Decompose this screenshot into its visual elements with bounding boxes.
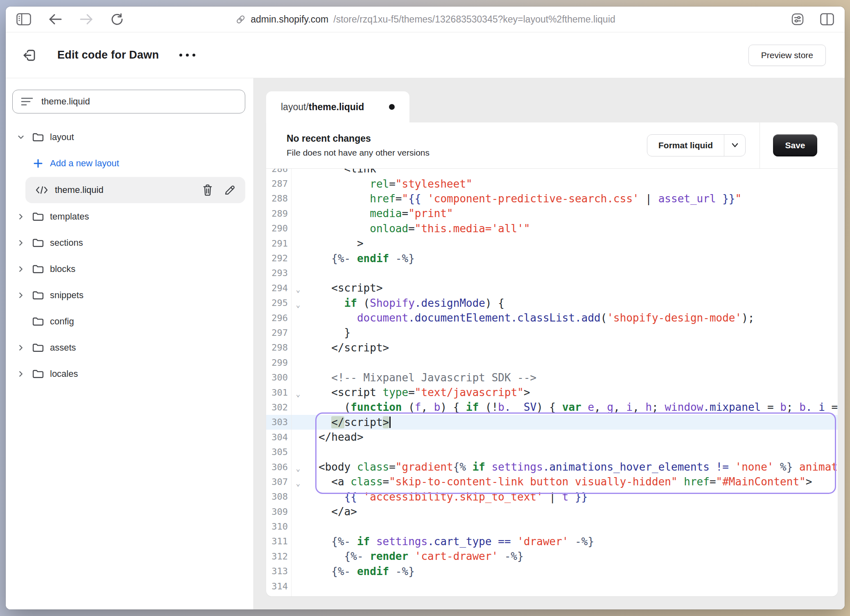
code-line-299[interactable]: 299 bbox=[266, 355, 838, 370]
chevron-right-icon[interactable] bbox=[15, 265, 27, 274]
forward-icon[interactable] bbox=[79, 13, 93, 25]
code-line-293[interactable]: 293 bbox=[266, 266, 838, 281]
chevron-right-icon[interactable] bbox=[15, 291, 27, 300]
split-view-icon[interactable] bbox=[820, 13, 834, 25]
editor-card-header: No recent changes File does not have any… bbox=[266, 122, 838, 169]
sidebar-item-config[interactable]: config bbox=[6, 312, 253, 331]
exit-icon[interactable] bbox=[22, 48, 37, 63]
more-menu-icon[interactable] bbox=[179, 54, 195, 57]
code-line-311[interactable]: 311 {%- if settings.cart_type == 'drawer… bbox=[266, 534, 838, 549]
chevron-down-icon[interactable] bbox=[724, 135, 745, 156]
plus-icon bbox=[33, 158, 43, 169]
save-button[interactable]: Save bbox=[773, 134, 817, 156]
fold-chevron-icon[interactable]: ⌄ bbox=[292, 476, 305, 487]
code-line-312[interactable]: 312 {%- render 'cart-drawer' -%} bbox=[266, 549, 838, 564]
code-line-300[interactable]: 300 <!-- Mixpanel Javascript SDK --> bbox=[266, 370, 838, 385]
code-line-295[interactable]: 295⌄ if (Shopify.designMode) { bbox=[266, 296, 838, 310]
sidebar-item-assets[interactable]: assets bbox=[6, 338, 253, 358]
code-line-297[interactable]: 297 } bbox=[266, 325, 838, 340]
fold-chevron-icon[interactable]: ⌄ bbox=[292, 283, 305, 293]
sidebar-item-snippets[interactable]: snippets bbox=[6, 285, 253, 305]
back-icon[interactable] bbox=[48, 13, 62, 25]
fold-gutter bbox=[292, 331, 305, 334]
code-line-289[interactable]: 289 media="print" bbox=[266, 206, 838, 221]
line-number: 314 bbox=[266, 579, 292, 593]
sidebar-item-blocks[interactable]: blocks bbox=[6, 259, 253, 279]
fold-gutter bbox=[292, 435, 305, 439]
fold-chevron-icon[interactable]: ⌄ bbox=[292, 462, 305, 472]
sidebar-item-locales[interactable]: locales bbox=[6, 364, 253, 384]
sidebar-toggle-icon[interactable] bbox=[16, 13, 31, 25]
format-liquid-label[interactable]: Format liquid bbox=[647, 135, 724, 156]
code-editor[interactable]: 286 <link287 rel="stylesheet"288 href="{… bbox=[266, 169, 838, 596]
code-line-292[interactable]: 292 {%- endif -%} bbox=[266, 251, 838, 265]
sidebar-item-sections[interactable]: sections bbox=[6, 233, 253, 253]
code-line-309[interactable]: 309 </a> bbox=[266, 504, 838, 519]
code-line-298[interactable]: 298 </script> bbox=[266, 340, 838, 355]
code-line-303[interactable]: 303 </script> bbox=[266, 415, 838, 430]
fold-chevron-icon[interactable]: ⌄ bbox=[292, 387, 305, 398]
code-line-296[interactable]: 296 document.documentElement.classList.a… bbox=[266, 310, 838, 325]
chevron-right-icon[interactable] bbox=[15, 343, 27, 352]
format-liquid-button[interactable]: Format liquid bbox=[647, 134, 746, 156]
line-number: 297 bbox=[266, 325, 292, 340]
code-line-306[interactable]: 306⌄<body class="gradient{% if settings.… bbox=[266, 460, 838, 474]
code-line-290[interactable]: 290 onload="this.media='all'" bbox=[266, 221, 838, 236]
sidebar-item-templates[interactable]: templates bbox=[6, 207, 253, 226]
code-text: <link bbox=[305, 169, 376, 175]
unsaved-dot bbox=[389, 104, 395, 110]
line-number: 307 bbox=[266, 474, 292, 489]
delete-file-icon[interactable] bbox=[202, 184, 213, 196]
file-label: theme.liquid bbox=[55, 185, 191, 195]
reload-icon[interactable] bbox=[111, 13, 124, 26]
preview-store-button[interactable]: Preview store bbox=[748, 45, 826, 66]
folder-label: snippets bbox=[50, 290, 84, 301]
folder-icon bbox=[32, 211, 44, 222]
folder-icon bbox=[32, 131, 44, 143]
rename-file-icon[interactable] bbox=[224, 184, 235, 196]
chevron-right-icon[interactable] bbox=[15, 238, 27, 247]
code-line-310[interactable]: 310 bbox=[266, 519, 838, 534]
page-settings-icon[interactable] bbox=[791, 13, 804, 26]
code-text: <!-- Mixpanel Javascript SDK --> bbox=[305, 371, 536, 384]
code-line-305[interactable]: 305 bbox=[266, 444, 838, 459]
code-line-302[interactable]: 302 (function (f, b) { if (!b.__SV) { va… bbox=[266, 400, 838, 414]
sidebar-item-layout[interactable]: layout bbox=[6, 127, 253, 147]
address-bar[interactable]: admin.shopify.com/store/rzq1xu-f5/themes… bbox=[235, 14, 615, 25]
chevron-right-icon[interactable] bbox=[15, 369, 27, 378]
folder-label: blocks bbox=[50, 264, 75, 274]
fold-chevron-icon[interactable]: ⌄ bbox=[292, 298, 305, 308]
editor-pane: layout/theme.liquid No recent changes Fi… bbox=[254, 78, 845, 609]
code-line-294[interactable]: 294⌄ <script> bbox=[266, 281, 838, 295]
line-number: 310 bbox=[266, 519, 292, 534]
file-search-box[interactable] bbox=[12, 90, 245, 113]
code-line-314[interactable]: 314 bbox=[266, 579, 838, 593]
folder-label: assets bbox=[50, 342, 76, 353]
chevron-down-icon[interactable] bbox=[15, 133, 27, 142]
fold-gutter bbox=[292, 242, 305, 245]
code-line-307[interactable]: 307⌄ <a class="skip-to-content-link butt… bbox=[266, 474, 838, 489]
line-number: 304 bbox=[266, 430, 292, 444]
code-file-icon bbox=[35, 185, 48, 195]
code-line-304[interactable]: 304</head> bbox=[266, 430, 838, 444]
tab-row: layout/theme.liquid bbox=[254, 78, 845, 122]
code-line-301[interactable]: 301⌄ <script type="text/javascript"> bbox=[266, 385, 838, 400]
sidebar-item-theme-liquid[interactable]: theme.liquid bbox=[25, 177, 245, 203]
app-header: Edit code for Dawn Preview store bbox=[6, 32, 845, 78]
code-line-288[interactable]: 288 href="{{ 'component-predictive-searc… bbox=[266, 191, 838, 206]
fold-gutter bbox=[292, 584, 305, 588]
code-line-308[interactable]: 308 {{ 'accessibility.skip_to_text' | t … bbox=[266, 489, 838, 504]
code-line-291[interactable]: 291 > bbox=[266, 236, 838, 251]
folder-icon bbox=[32, 368, 44, 380]
tab-theme-liquid[interactable]: layout/theme.liquid bbox=[266, 91, 409, 122]
code-line-286[interactable]: 286 <link bbox=[266, 169, 838, 176]
code-line-313[interactable]: 313 {%- endif -%} bbox=[266, 564, 838, 579]
line-number: 300 bbox=[266, 370, 292, 385]
chevron-right-icon[interactable] bbox=[15, 212, 27, 221]
search-input[interactable] bbox=[41, 96, 237, 107]
code-line-clipped[interactable]: <div id="shopify-section"> bbox=[266, 593, 838, 596]
tab-file-name: theme.liquid bbox=[309, 102, 364, 112]
add-new-layout-button[interactable]: Add a new layout bbox=[6, 154, 253, 173]
code-line-287[interactable]: 287 rel="stylesheet" bbox=[266, 176, 838, 191]
line-number: 302 bbox=[266, 400, 292, 414]
